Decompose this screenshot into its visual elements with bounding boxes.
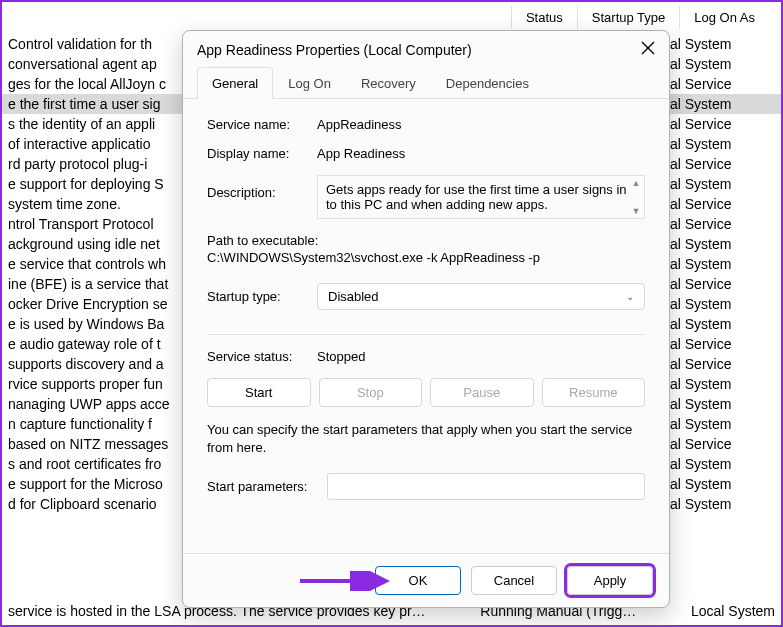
hint-text: You can specify the start parameters tha…	[207, 421, 645, 457]
row-logon: al Service	[662, 76, 772, 92]
row-logon: al System	[662, 236, 772, 252]
startup-type-value: Disabled	[328, 289, 379, 304]
label-service-status: Service status:	[207, 349, 317, 364]
bg-column-headers: Status Startup Type Log On As	[511, 6, 769, 29]
row-logon: al System	[662, 476, 772, 492]
titlebar: App Readiness Properties (Local Computer…	[183, 31, 669, 66]
row-logon: al System	[662, 36, 772, 52]
row-logon: al Service	[662, 436, 772, 452]
row-logon: al System	[662, 376, 772, 392]
row-logon: al System	[662, 496, 772, 512]
label-startup-type: Startup type:	[207, 289, 317, 304]
tab-log-on[interactable]: Log On	[273, 67, 346, 99]
row-logon: al System	[662, 56, 772, 72]
description-text: Gets apps ready for use the first time a…	[326, 182, 627, 212]
tab-general[interactable]: General	[197, 67, 273, 99]
startup-type-select[interactable]: Disabled ⌄	[317, 283, 645, 310]
row-logon: al System	[662, 396, 772, 412]
tab-dependencies[interactable]: Dependencies	[431, 67, 544, 99]
cancel-button[interactable]: Cancel	[471, 566, 557, 595]
row-logon: al Service	[662, 116, 772, 132]
dialog-title: App Readiness Properties (Local Computer…	[197, 42, 472, 58]
row-logon: al System	[662, 316, 772, 332]
stop-button: Stop	[319, 378, 423, 407]
apply-button[interactable]: Apply	[567, 566, 653, 595]
row-logon: al Service	[662, 336, 772, 352]
row-logon: al System	[662, 96, 772, 112]
value-service-status: Stopped	[317, 349, 645, 364]
start-params-input[interactable]	[327, 473, 645, 500]
scrollbar-icon[interactable]: ▲ ▼	[630, 178, 642, 216]
label-display-name: Display name:	[207, 146, 317, 161]
ok-button[interactable]: OK	[375, 566, 461, 595]
row-logon: al System	[662, 296, 772, 312]
row-logon: al System	[662, 456, 772, 472]
tab-strip: General Log On Recovery Dependencies	[183, 66, 669, 99]
row-logon: al System	[662, 136, 772, 152]
dialog-content: Service name: AppReadiness Display name:…	[183, 99, 669, 553]
row-logon: al Service	[662, 196, 772, 212]
value-service-name: AppReadiness	[317, 117, 645, 132]
col-status[interactable]: Status	[511, 6, 577, 29]
value-display-name: App Readiness	[317, 146, 645, 161]
row-logon: al Service	[662, 156, 772, 172]
start-button[interactable]: Start	[207, 378, 311, 407]
label-service-name: Service name:	[207, 117, 317, 132]
close-icon[interactable]	[641, 41, 655, 58]
properties-dialog: App Readiness Properties (Local Computer…	[182, 30, 670, 608]
tab-recovery[interactable]: Recovery	[346, 67, 431, 99]
row-logon: al Service	[662, 276, 772, 292]
divider	[207, 334, 645, 335]
col-log-on-as[interactable]: Log On As	[679, 6, 769, 29]
resume-button: Resume	[542, 378, 646, 407]
pause-button: Pause	[430, 378, 534, 407]
row-logon: al System	[662, 176, 772, 192]
label-description: Description:	[207, 175, 317, 200]
col-startup-type[interactable]: Startup Type	[577, 6, 679, 29]
chevron-up-icon[interactable]: ▲	[632, 178, 641, 188]
value-path: C:\WINDOWS\System32\svchost.exe -k AppRe…	[207, 250, 645, 265]
chevron-down-icon[interactable]: ▼	[632, 206, 641, 216]
bg-bottom-logon: Local System	[691, 603, 775, 619]
row-logon: al Service	[662, 216, 772, 232]
row-logon: al Service	[662, 356, 772, 372]
label-path: Path to executable:	[207, 233, 645, 248]
row-logon: al System	[662, 256, 772, 272]
row-logon: al System	[662, 416, 772, 432]
label-start-params: Start parameters:	[207, 479, 327, 494]
description-box[interactable]: Gets apps ready for use the first time a…	[317, 175, 645, 219]
chevron-down-icon: ⌄	[626, 291, 634, 302]
dialog-footer: OK Cancel Apply	[183, 553, 669, 607]
